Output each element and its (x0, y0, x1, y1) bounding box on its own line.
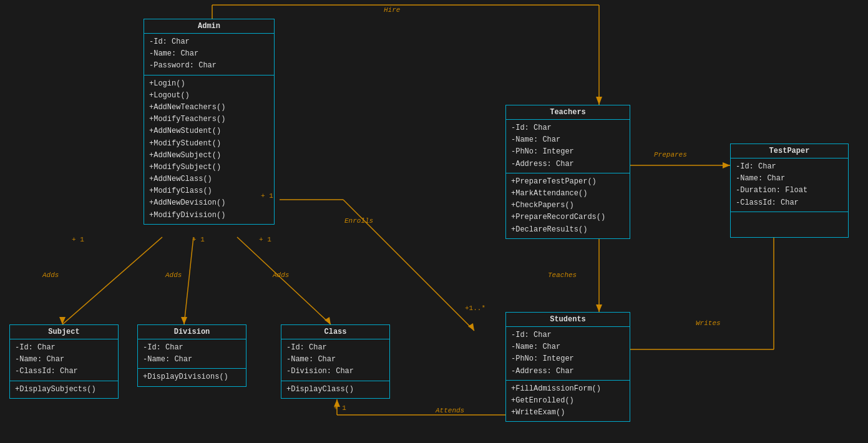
svg-marker-3 (596, 97, 602, 105)
division-attrs: -Id: Char -Name: Char (138, 339, 246, 369)
writes-label: Writes (696, 319, 721, 327)
enrolls-label: Enrolls (344, 217, 373, 225)
mult-4: + 1 (259, 236, 271, 243)
admin-class: Admin -Id: Char -Name: Char -Password: C… (144, 19, 275, 225)
class-class: Class -Id: Char -Name: Char -Division: C… (281, 324, 390, 399)
class-attrs: -Id: Char -Name: Char -Division: Char (281, 339, 389, 381)
students-attrs: -Id: Char -Name: Char -PhNo: Integer -Ad… (506, 327, 630, 381)
mult-1: + 1 (261, 192, 273, 200)
hire-label: Hire (384, 6, 400, 14)
division-title: Division (138, 325, 246, 339)
testpaper-empty (731, 212, 848, 237)
subject-methods: +DisplaySubjects() (10, 381, 118, 398)
subject-attrs: -Id: Char -Name: Char -ClassId: Char (10, 339, 118, 381)
mult-5: +1..* (465, 304, 485, 312)
svg-marker-8 (59, 317, 66, 324)
teachers-methods: +PrepareTestPaper() +MarkAttendance() +C… (506, 173, 630, 238)
teachers-attrs: -Id: Char -Name: Char -PhNo: Integer -Ad… (506, 120, 630, 173)
division-class: Division -Id: Char -Name: Char +DisplayD… (137, 324, 246, 387)
svg-line-7 (62, 237, 162, 324)
admin-methods: +Login() +Logout() +AddNewTeachers() +Mo… (144, 75, 274, 224)
svg-line-11 (237, 237, 331, 324)
students-title: Students (506, 313, 630, 327)
svg-marker-14 (596, 304, 602, 312)
teaches-label: Teaches (548, 271, 577, 279)
adds-subject-label: Adds (42, 271, 59, 279)
svg-marker-6 (468, 323, 474, 331)
prepares-label: Prepares (654, 151, 687, 158)
admin-title: Admin (144, 19, 274, 34)
class-title: Class (281, 325, 389, 339)
uml-diagram: Admin -Id: Char -Name: Char -Password: C… (0, 0, 868, 443)
testpaper-attrs: -Id: Char -Name: Char -Duration: Float -… (731, 158, 848, 212)
svg-marker-16 (723, 162, 730, 168)
students-class: Students -Id: Char -Name: Char -PhNo: In… (505, 312, 630, 422)
subject-class: Subject -Id: Char -Name: Char -ClassId: … (9, 324, 119, 399)
testpaper-class: TestPaper -Id: Char -Name: Char -Duratio… (730, 144, 849, 238)
mult-3: + 1 (192, 236, 205, 243)
adds-division-label: Adds (165, 271, 182, 279)
teachers-class: Teachers -Id: Char -Name: Char -PhNo: In… (505, 105, 630, 239)
adds-class-label: Adds (273, 271, 289, 279)
svg-marker-10 (181, 317, 187, 324)
svg-marker-12 (324, 317, 331, 324)
teachers-title: Teachers (506, 105, 630, 120)
attends-label: Attends (436, 407, 464, 414)
admin-attrs: -Id: Char -Name: Char -Password: Char (144, 34, 274, 75)
class-methods: +DisplayClass() (281, 381, 389, 398)
testpaper-title: TestPaper (731, 144, 848, 158)
division-methods: +DisplayDivisions() (138, 369, 246, 386)
mult-6: + 1 (334, 404, 346, 412)
students-methods: +FillAdmissionForm() +GetEnrolled() +Wri… (506, 381, 630, 422)
svg-line-9 (184, 237, 193, 324)
mult-2: + 1 (72, 236, 84, 243)
subject-title: Subject (10, 325, 118, 339)
